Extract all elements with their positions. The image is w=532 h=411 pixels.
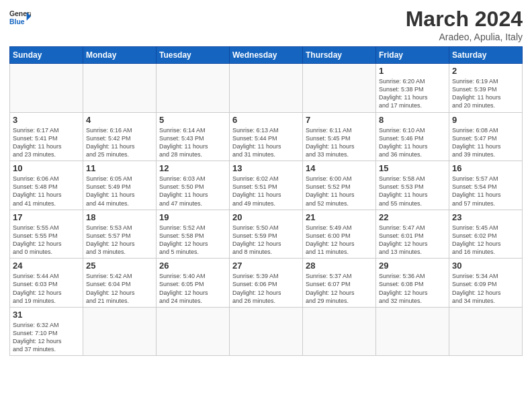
title-section: March 2024 Aradeo, Apulia, Italy — [406, 7, 523, 42]
day-number: 10 — [13, 163, 80, 173]
day-number: 11 — [86, 163, 153, 173]
calendar-cell — [376, 307, 449, 356]
day-info: Sunrise: 5:57 AM Sunset: 5:54 PM Dayligh… — [452, 175, 519, 208]
day-number: 9 — [452, 115, 519, 125]
calendar-cell: 18Sunrise: 5:53 AM Sunset: 5:57 PM Dayli… — [83, 210, 157, 259]
day-number: 5 — [159, 115, 226, 125]
calendar-cell — [10, 64, 83, 113]
calendar-cell: 31Sunrise: 6:32 AM Sunset: 7:10 PM Dayli… — [10, 307, 83, 356]
calendar-cell — [230, 64, 303, 113]
day-number: 15 — [379, 163, 446, 173]
calendar-cell — [303, 307, 376, 356]
calendar-cell: 24Sunrise: 5:44 AM Sunset: 6:03 PM Dayli… — [10, 259, 83, 308]
calendar-cell: 27Sunrise: 5:39 AM Sunset: 6:06 PM Dayli… — [230, 259, 303, 308]
day-info: Sunrise: 5:37 AM Sunset: 6:07 PM Dayligh… — [306, 272, 373, 305]
day-number: 29 — [379, 261, 446, 271]
header: General Blue March 2024 Aradeo, Apulia, … — [9, 7, 523, 42]
day-info: Sunrise: 5:40 AM Sunset: 6:05 PM Dayligh… — [159, 272, 226, 305]
day-info: Sunrise: 5:36 AM Sunset: 6:08 PM Dayligh… — [379, 272, 446, 305]
calendar-cell: 5Sunrise: 6:14 AM Sunset: 5:43 PM Daylig… — [157, 112, 230, 161]
calendar-cell: 11Sunrise: 6:05 AM Sunset: 5:49 PM Dayli… — [83, 161, 157, 210]
calendar-cell: 28Sunrise: 5:37 AM Sunset: 6:07 PM Dayli… — [303, 259, 376, 308]
calendar-cell: 14Sunrise: 6:00 AM Sunset: 5:52 PM Dayli… — [303, 161, 376, 210]
day-info: Sunrise: 6:06 AM Sunset: 5:48 PM Dayligh… — [13, 175, 80, 208]
logo: General Blue — [9, 7, 31, 28]
day-header-wednesday: Wednesday — [230, 47, 303, 64]
calendar-header-row: SundayMondayTuesdayWednesdayThursdayFrid… — [10, 47, 523, 64]
day-number: 6 — [232, 115, 300, 125]
day-info: Sunrise: 5:34 AM Sunset: 6:09 PM Dayligh… — [452, 272, 519, 305]
day-info: Sunrise: 5:45 AM Sunset: 6:02 PM Dayligh… — [452, 224, 519, 257]
calendar-cell: 15Sunrise: 5:58 AM Sunset: 5:53 PM Dayli… — [376, 161, 449, 210]
day-number: 16 — [452, 163, 519, 173]
day-header-tuesday: Tuesday — [157, 47, 230, 64]
day-number: 13 — [232, 163, 300, 173]
day-number: 22 — [379, 212, 446, 222]
day-info: Sunrise: 5:52 AM Sunset: 5:58 PM Dayligh… — [159, 224, 226, 257]
calendar-table: SundayMondayTuesdayWednesdayThursdayFrid… — [9, 46, 523, 356]
day-info: Sunrise: 6:10 AM Sunset: 5:46 PM Dayligh… — [379, 126, 446, 159]
day-number: 17 — [13, 212, 80, 222]
day-number: 28 — [306, 261, 373, 271]
day-info: Sunrise: 5:50 AM Sunset: 5:59 PM Dayligh… — [232, 224, 300, 257]
calendar-cell — [83, 64, 157, 113]
calendar-cell: 1Sunrise: 6:20 AM Sunset: 5:38 PM Daylig… — [376, 64, 449, 113]
day-info: Sunrise: 5:53 AM Sunset: 5:57 PM Dayligh… — [86, 224, 153, 257]
calendar-cell — [157, 64, 230, 113]
calendar-cell: 6Sunrise: 6:13 AM Sunset: 5:44 PM Daylig… — [230, 112, 303, 161]
day-info: Sunrise: 6:03 AM Sunset: 5:50 PM Dayligh… — [159, 175, 226, 208]
day-info: Sunrise: 5:58 AM Sunset: 5:53 PM Dayligh… — [379, 175, 446, 208]
calendar-cell: 2Sunrise: 6:19 AM Sunset: 5:39 PM Daylig… — [449, 64, 523, 113]
calendar-cell: 12Sunrise: 6:03 AM Sunset: 5:50 PM Dayli… — [157, 161, 230, 210]
calendar-cell — [303, 64, 376, 113]
calendar-cell: 25Sunrise: 5:42 AM Sunset: 6:04 PM Dayli… — [83, 259, 157, 308]
calendar-cell: 9Sunrise: 6:08 AM Sunset: 5:47 PM Daylig… — [449, 112, 523, 161]
day-header-friday: Friday — [376, 47, 449, 64]
day-number: 26 — [159, 261, 226, 271]
page-container: General Blue March 2024 Aradeo, Apulia, … — [0, 0, 532, 363]
calendar-cell: 4Sunrise: 6:16 AM Sunset: 5:42 PM Daylig… — [83, 112, 157, 161]
day-number: 2 — [452, 66, 519, 76]
calendar-cell: 20Sunrise: 5:50 AM Sunset: 5:59 PM Dayli… — [230, 210, 303, 259]
day-header-sunday: Sunday — [10, 47, 83, 64]
day-info: Sunrise: 5:42 AM Sunset: 6:04 PM Dayligh… — [86, 272, 153, 305]
day-info: Sunrise: 6:16 AM Sunset: 5:42 PM Dayligh… — [86, 126, 153, 159]
day-info: Sunrise: 6:00 AM Sunset: 5:52 PM Dayligh… — [306, 175, 373, 208]
day-number: 24 — [13, 261, 80, 271]
day-number: 20 — [232, 212, 300, 222]
calendar-cell: 16Sunrise: 5:57 AM Sunset: 5:54 PM Dayli… — [449, 161, 523, 210]
day-info: Sunrise: 6:08 AM Sunset: 5:47 PM Dayligh… — [452, 126, 519, 159]
day-number: 27 — [232, 261, 300, 271]
calendar-cell — [157, 307, 230, 356]
day-info: Sunrise: 6:05 AM Sunset: 5:49 PM Dayligh… — [86, 175, 153, 208]
day-number: 4 — [86, 115, 153, 125]
day-header-monday: Monday — [83, 47, 157, 64]
day-number: 7 — [306, 115, 373, 125]
day-number: 30 — [452, 261, 519, 271]
calendar-cell: 3Sunrise: 6:17 AM Sunset: 5:41 PM Daylig… — [10, 112, 83, 161]
calendar-cell: 26Sunrise: 5:40 AM Sunset: 6:05 PM Dayli… — [157, 259, 230, 308]
svg-text:Blue: Blue — [9, 18, 25, 26]
calendar-cell: 21Sunrise: 5:49 AM Sunset: 6:00 PM Dayli… — [303, 210, 376, 259]
day-info: Sunrise: 6:17 AM Sunset: 5:41 PM Dayligh… — [13, 126, 80, 159]
day-number: 8 — [379, 115, 446, 125]
day-number: 31 — [13, 310, 80, 320]
calendar-cell: 10Sunrise: 6:06 AM Sunset: 5:48 PM Dayli… — [10, 161, 83, 210]
day-number: 19 — [159, 212, 226, 222]
day-info: Sunrise: 5:39 AM Sunset: 6:06 PM Dayligh… — [232, 272, 300, 305]
day-info: Sunrise: 6:19 AM Sunset: 5:39 PM Dayligh… — [452, 77, 519, 110]
calendar-cell: 17Sunrise: 5:55 AM Sunset: 5:55 PM Dayli… — [10, 210, 83, 259]
day-info: Sunrise: 6:02 AM Sunset: 5:51 PM Dayligh… — [232, 175, 300, 208]
calendar-cell: 13Sunrise: 6:02 AM Sunset: 5:51 PM Dayli… — [230, 161, 303, 210]
day-info: Sunrise: 5:44 AM Sunset: 6:03 PM Dayligh… — [13, 272, 80, 305]
calendar-cell: 7Sunrise: 6:11 AM Sunset: 5:45 PM Daylig… — [303, 112, 376, 161]
day-info: Sunrise: 6:20 AM Sunset: 5:38 PM Dayligh… — [379, 77, 446, 110]
day-number: 18 — [86, 212, 153, 222]
day-number: 25 — [86, 261, 153, 271]
day-header-thursday: Thursday — [303, 47, 376, 64]
day-number: 1 — [379, 66, 446, 76]
calendar-cell: 8Sunrise: 6:10 AM Sunset: 5:46 PM Daylig… — [376, 112, 449, 161]
day-header-saturday: Saturday — [449, 47, 523, 64]
day-info: Sunrise: 6:32 AM Sunset: 7:10 PM Dayligh… — [13, 321, 80, 354]
calendar-cell: 23Sunrise: 5:45 AM Sunset: 6:02 PM Dayli… — [449, 210, 523, 259]
